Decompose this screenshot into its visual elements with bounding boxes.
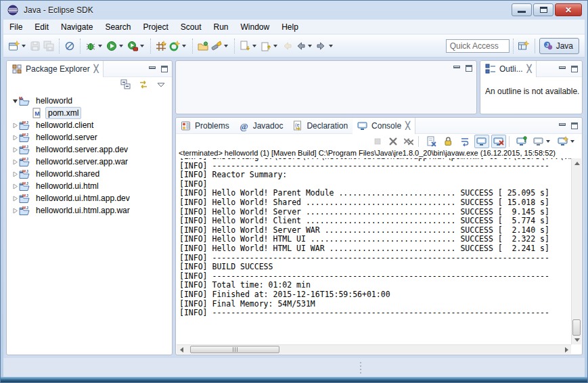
chevron-down-icon[interactable] bbox=[98, 45, 102, 47]
collapse-all-button[interactable] bbox=[120, 79, 131, 90]
skip-all-breakpoints-button[interactable] bbox=[63, 38, 76, 54]
menu-search[interactable]: Search bbox=[99, 20, 137, 34]
scout-sdk-button[interactable] bbox=[168, 38, 189, 54]
pin-console-button[interactable] bbox=[514, 135, 529, 148]
expand-arrow-icon[interactable] bbox=[11, 159, 19, 165]
tree-item-helloworld.ui.html[interactable]: MJhelloworld.ui.html bbox=[7, 180, 172, 192]
tree-item-helloworld.client[interactable]: MJhelloworld.client bbox=[7, 119, 172, 131]
chevron-down-icon[interactable] bbox=[119, 45, 123, 47]
show-on-stderr-button[interactable] bbox=[491, 135, 506, 148]
new-wizard-button[interactable] bbox=[7, 38, 28, 54]
tree-item-helloworld[interactable]: Mhelloworld bbox=[7, 95, 172, 107]
close-view-icon[interactable]: ╳ bbox=[94, 64, 99, 73]
menu-scout[interactable]: Scout bbox=[175, 20, 208, 34]
vertical-scroll-thumb[interactable] bbox=[572, 319, 581, 336]
menu-window[interactable]: Window bbox=[235, 20, 276, 34]
collapse-arrow-icon[interactable] bbox=[11, 98, 19, 104]
scroll-left-icon[interactable] bbox=[177, 345, 186, 355]
tab-package-explorer[interactable]: Package Explorer ╳ bbox=[7, 61, 104, 77]
forward-button[interactable] bbox=[315, 38, 336, 54]
scroll-up-icon[interactable] bbox=[572, 158, 582, 168]
expand-arrow-icon[interactable] bbox=[11, 171, 19, 177]
maximize-view-icon[interactable] bbox=[571, 66, 578, 72]
minimize-view-icon[interactable] bbox=[149, 66, 156, 69]
close-tab-icon[interactable]: ╳ bbox=[405, 121, 410, 130]
expand-arrow-icon[interactable] bbox=[11, 208, 19, 214]
scroll-lock-button[interactable] bbox=[440, 135, 455, 148]
menu-project[interactable]: Project bbox=[137, 20, 174, 34]
save-all-button[interactable] bbox=[42, 38, 55, 54]
chevron-down-icon[interactable] bbox=[570, 140, 574, 143]
expand-arrow-icon[interactable] bbox=[11, 183, 19, 189]
chevron-down-icon[interactable] bbox=[273, 45, 277, 47]
remove-all-terminated-button[interactable] bbox=[402, 135, 415, 148]
word-wrap-button[interactable] bbox=[457, 135, 472, 148]
expand-arrow-icon[interactable] bbox=[11, 122, 19, 129]
tree-item-helloworld.server.app.dev[interactable]: MJhelloworld.server.app.dev bbox=[7, 143, 172, 156]
tab-declaration[interactable]: (eDeclaration bbox=[288, 118, 353, 134]
tree-item-helloworld.ui.html.app.war[interactable]: MJhelloworld.ui.html.app.war bbox=[7, 204, 172, 217]
search-button[interactable] bbox=[210, 38, 231, 54]
chevron-down-icon[interactable] bbox=[224, 45, 228, 47]
minimize-view-icon[interactable] bbox=[453, 66, 460, 68]
chevron-down-icon[interactable] bbox=[182, 45, 186, 47]
tree-item-pom.xml[interactable]: Mpom.xml bbox=[7, 107, 172, 119]
tab-javadoc[interactable]: @Javadoc bbox=[234, 118, 288, 134]
console-horizontal-scrollbar[interactable] bbox=[177, 344, 571, 354]
chevron-down-icon[interactable] bbox=[140, 45, 144, 47]
menu-file[interactable]: File bbox=[3, 20, 28, 34]
minimize-button[interactable] bbox=[512, 3, 532, 16]
expand-arrow-icon[interactable] bbox=[11, 196, 19, 202]
tree-item-helloworld.shared[interactable]: MJhelloworld.shared bbox=[7, 168, 172, 180]
minimize-view-icon[interactable] bbox=[559, 123, 566, 126]
last-edit-location-button[interactable] bbox=[280, 38, 294, 54]
minimize-view-icon[interactable] bbox=[559, 66, 566, 69]
tree-item-helloworld.server.app.war[interactable]: MJhelloworld.server.app.war bbox=[7, 156, 172, 168]
new-scout-object-button[interactable] bbox=[154, 38, 168, 54]
console-output-area[interactable]: [INFO] Installing C:\Users\...\helloworl… bbox=[177, 158, 571, 344]
console-vertical-scrollbar[interactable] bbox=[571, 158, 581, 344]
run-external-tools-button[interactable] bbox=[126, 38, 147, 54]
next-annotation-button[interactable] bbox=[238, 38, 259, 54]
scroll-down-icon[interactable] bbox=[572, 335, 582, 344]
menu-navigate[interactable]: Navigate bbox=[55, 20, 99, 34]
clear-console-button[interactable] bbox=[424, 135, 438, 148]
view-menu-button[interactable] bbox=[156, 79, 166, 90]
close-button[interactable]: ✕ bbox=[555, 3, 582, 16]
remove-launch-button[interactable] bbox=[386, 135, 400, 148]
show-on-stdout-button[interactable] bbox=[474, 135, 489, 148]
tree-item-helloworld.server[interactable]: MJhelloworld.server bbox=[7, 131, 172, 143]
java-perspective-button[interactable]: J Java bbox=[539, 38, 579, 54]
display-selected-console-button[interactable] bbox=[531, 135, 553, 148]
quick-access-input[interactable] bbox=[446, 39, 510, 53]
run-button[interactable] bbox=[105, 38, 126, 54]
editor-area[interactable] bbox=[175, 60, 477, 114]
menu-edit[interactable]: Edit bbox=[28, 20, 55, 34]
chevron-down-icon[interactable] bbox=[329, 45, 333, 47]
terminate-button[interactable] bbox=[371, 135, 384, 148]
maximize-view-icon[interactable] bbox=[571, 122, 578, 129]
tab-console[interactable]: Console╳ bbox=[353, 118, 415, 134]
previous-annotation-button[interactable] bbox=[259, 38, 280, 54]
horizontal-scroll-thumb[interactable] bbox=[190, 346, 279, 353]
chevron-down-icon[interactable] bbox=[252, 45, 256, 47]
save-button[interactable] bbox=[28, 38, 42, 54]
menu-run[interactable]: Run bbox=[207, 20, 234, 34]
debug-button[interactable] bbox=[84, 38, 105, 54]
chevron-down-icon[interactable] bbox=[308, 45, 312, 47]
tab-outline[interactable]: Outli... ╳ bbox=[480, 61, 537, 77]
menu-help[interactable]: Help bbox=[275, 20, 304, 34]
close-view-icon[interactable]: ╳ bbox=[527, 64, 532, 73]
link-with-editor-button[interactable] bbox=[138, 79, 149, 90]
open-perspective-button[interactable] bbox=[517, 38, 530, 54]
expand-arrow-icon[interactable] bbox=[11, 147, 19, 153]
chevron-down-icon[interactable] bbox=[546, 140, 550, 143]
open-resource-button[interactable] bbox=[196, 38, 210, 54]
maximize-view-icon[interactable] bbox=[466, 65, 472, 72]
maximize-view-icon[interactable] bbox=[161, 66, 168, 72]
scroll-right-icon[interactable] bbox=[562, 345, 571, 355]
maximize-button[interactable] bbox=[533, 3, 553, 16]
open-console-button[interactable] bbox=[556, 135, 578, 148]
chevron-down-icon[interactable] bbox=[22, 45, 26, 47]
tree-item-helloworld.ui.html.app.dev[interactable]: MJhelloworld.ui.html.app.dev bbox=[7, 192, 172, 204]
